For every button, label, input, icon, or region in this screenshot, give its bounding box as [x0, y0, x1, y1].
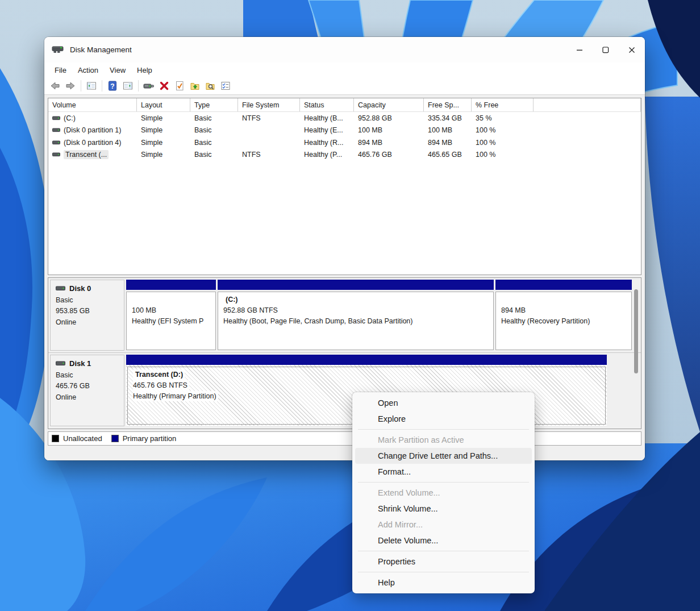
partition-c[interactable]: (C:) 952.88 GB NTFS Healthy (Boot, Page …	[218, 280, 494, 350]
minimize-icon	[576, 47, 583, 53]
column-type[interactable]: Type	[190, 98, 238, 111]
cell-free: 100 MB	[424, 126, 472, 134]
menu-item-format[interactable]: Format...	[352, 464, 535, 480]
menu-item-properties[interactable]: Properties	[352, 554, 535, 570]
cell-status: Healthy (P...	[300, 151, 354, 159]
disk-status: Online	[56, 317, 119, 328]
disk-1-info[interactable]: Disk 1 Basic 465.76 GB Online	[50, 355, 124, 426]
maximize-icon	[602, 47, 609, 53]
menu-item-open[interactable]: Open	[352, 395, 535, 411]
cell-type: Basic	[190, 139, 238, 147]
table-row[interactable]: (Disk 0 partition 4) Simple Basic Health…	[48, 136, 641, 149]
menu-item-change-drive-letter[interactable]: Change Drive Letter and Paths...	[355, 448, 532, 464]
unallocated-swatch	[52, 435, 59, 442]
partition-health: Healthy (Recovery Partition)	[501, 316, 626, 327]
menu-file[interactable]: File	[49, 64, 72, 76]
column-layout[interactable]: Layout	[137, 98, 190, 111]
close-button[interactable]	[619, 37, 645, 63]
disk-kind: Basic	[56, 370, 119, 381]
cell-status: Healthy (B...	[300, 114, 354, 122]
check-document-icon[interactable]	[173, 79, 186, 93]
delete-icon[interactable]	[157, 79, 171, 93]
menu-separator	[358, 482, 529, 483]
volume-icon	[52, 128, 60, 132]
menu-separator	[358, 572, 529, 572]
column-pct-free[interactable]: % Free	[472, 98, 534, 111]
partition-color-bar	[495, 280, 632, 290]
show-action-pane-icon[interactable]	[121, 79, 135, 93]
app-icon	[52, 45, 64, 55]
column-status[interactable]: Status	[300, 98, 354, 111]
minimize-button[interactable]	[566, 37, 593, 63]
disk-0-row: Disk 0 Basic 953.85 GB Online 100 MB Hea…	[48, 278, 641, 353]
help-icon[interactable]: ?	[106, 79, 119, 93]
table-row[interactable]: (C:) Simple Basic NTFS Healthy (B... 952…	[48, 112, 641, 124]
disk-graphical-pane: Disk 0 Basic 953.85 GB Online 100 MB Hea…	[48, 277, 641, 429]
cell-layout: Simple	[137, 126, 190, 134]
partition-size: 952.88 GB NTFS	[223, 305, 488, 316]
title-bar[interactable]: Disk Management	[44, 37, 645, 63]
menu-item-delete-volume[interactable]: Delete Volume...	[352, 533, 535, 548]
cell-fs: NTFS	[238, 151, 300, 159]
column-volume[interactable]: Volume	[48, 98, 137, 111]
partition-health: Healthy (Boot, Page File, Crash Dump, Ba…	[223, 316, 488, 327]
legend-label: Primary partition	[123, 434, 177, 443]
vertical-scrollbar[interactable]	[634, 289, 638, 373]
partition-efi[interactable]: 100 MB Healthy (EFI System P	[126, 280, 216, 350]
toolbar-separator	[138, 80, 139, 92]
context-menu: Open Explore Mark Partition as Active Ch…	[352, 392, 535, 593]
disk-status: Online	[56, 392, 119, 403]
cell-free: 335.34 GB	[424, 114, 472, 122]
folder-up-icon[interactable]	[188, 79, 202, 93]
partition-recovery[interactable]: 894 MB Healthy (Recovery Partition)	[495, 280, 632, 350]
status-strip	[48, 446, 641, 460]
column-free-space[interactable]: Free Sp...	[424, 98, 472, 111]
cell-type: Basic	[190, 151, 238, 159]
table-row-selected[interactable]: Transcent (... Simple Basic NTFS Healthy…	[48, 149, 641, 161]
device-icon[interactable]	[142, 79, 156, 93]
volume-table-header: Volume Layout Type File System Status Ca…	[48, 98, 641, 112]
cell-capacity: 952.88 GB	[354, 114, 424, 122]
disk-management-window: Disk Management File Action View Help	[44, 37, 645, 460]
cell-type: Basic	[190, 114, 238, 122]
cell-free: 465.65 GB	[424, 151, 472, 159]
menu-separator	[358, 551, 529, 551]
folder-search-icon[interactable]	[203, 79, 217, 93]
menu-item-explore[interactable]: Explore	[352, 411, 535, 427]
disk-name: Disk 1	[69, 359, 91, 368]
disk-size: 953.85 GB	[56, 306, 119, 317]
maximize-button[interactable]	[593, 37, 619, 63]
forward-icon[interactable]	[64, 79, 77, 93]
menu-action[interactable]: Action	[72, 64, 104, 76]
cell-free: 894 MB	[424, 139, 472, 147]
toolbar-separator	[81, 80, 81, 92]
disk-0-info[interactable]: Disk 0 Basic 953.85 GB Online	[50, 280, 124, 351]
svg-text:?: ?	[110, 82, 114, 90]
back-icon[interactable]	[48, 79, 62, 93]
table-row[interactable]: (Disk 0 partition 1) Simple Basic Health…	[48, 124, 641, 137]
menu-view[interactable]: View	[104, 64, 131, 76]
volume-icon	[52, 140, 60, 145]
volume-list-pane: Volume Layout Type File System Status Ca…	[48, 98, 641, 275]
partition-title: Transcent (D:)	[133, 369, 185, 380]
show-console-tree-icon[interactable]	[85, 79, 98, 93]
cell-status: Healthy (E...	[300, 126, 354, 134]
menu-help[interactable]: Help	[131, 64, 158, 76]
partition-health: Healthy (Primary Partition)	[133, 391, 218, 402]
column-file-system[interactable]: File System	[238, 98, 300, 111]
volume-icon	[52, 116, 60, 120]
column-capacity[interactable]: Capacity	[354, 98, 424, 111]
partition-size: 100 MB	[132, 305, 210, 316]
menu-item-help[interactable]: Help	[352, 575, 535, 591]
legend-unallocated: Unallocated	[52, 434, 102, 443]
legend-bar: Unallocated Primary partition	[48, 431, 641, 446]
partition-color-bar	[218, 280, 494, 290]
menu-bar: File Action View Help	[44, 63, 645, 77]
cell-capacity: 100 MB	[354, 126, 424, 134]
menu-item-shrink-volume[interactable]: Shrink Volume...	[352, 501, 535, 517]
properties-list-icon[interactable]	[219, 79, 232, 93]
close-icon	[628, 47, 635, 53]
cell-fs: NTFS	[238, 114, 300, 122]
menu-item-add-mirror: Add Mirror...	[352, 517, 535, 533]
cell-capacity: 894 MB	[354, 139, 424, 147]
